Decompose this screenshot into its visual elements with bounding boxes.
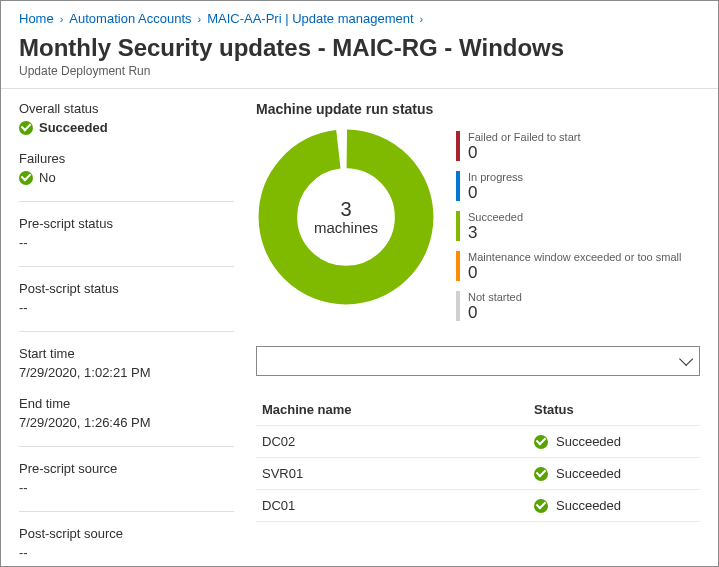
- legend-color-bar: [456, 291, 460, 321]
- run-status-legend: Failed or Failed to start 0 In progress …: [456, 127, 681, 322]
- legend-color-bar: [456, 171, 460, 201]
- divider: [19, 266, 234, 267]
- divider: [19, 201, 234, 202]
- table-header-row: Machine name Status: [256, 394, 700, 426]
- cell-status: Succeeded: [556, 498, 621, 513]
- failures-field: Failures No: [19, 151, 234, 185]
- end-time-field: End time 7/29/2020, 1:26:46 PM: [19, 396, 234, 430]
- legend-inprogress: In progress 0: [456, 171, 681, 203]
- success-icon: [19, 121, 33, 135]
- cell-status: Succeeded: [556, 466, 621, 481]
- failures-value: No: [39, 170, 56, 185]
- donut-center-label: machines: [314, 219, 378, 236]
- legend-inprogress-count: 0: [468, 184, 523, 203]
- chevron-right-icon: ›: [420, 13, 424, 25]
- page-title: Monthly Security updates - MAIC-RG - Win…: [19, 34, 700, 62]
- postscript-status-field: Post-script status --: [19, 281, 234, 315]
- filter-dropdown[interactable]: [256, 346, 700, 376]
- breadcrumb: Home › Automation Accounts › MAIC-AA-Pri…: [19, 11, 700, 26]
- legend-succeeded: Succeeded 3: [456, 211, 681, 243]
- cell-machine-name: DC01: [262, 498, 534, 513]
- overall-status-label: Overall status: [19, 101, 234, 116]
- legend-color-bar: [456, 211, 460, 241]
- postscript-status-value: --: [19, 300, 234, 315]
- table-row[interactable]: DC02 Succeeded: [256, 426, 700, 458]
- crumb-automation-accounts[interactable]: Automation Accounts: [69, 11, 191, 26]
- donut-center-count: 3: [340, 199, 351, 219]
- end-time-label: End time: [19, 396, 234, 411]
- table-row[interactable]: DC01 Succeeded: [256, 490, 700, 522]
- divider: [19, 446, 234, 447]
- success-icon: [534, 467, 548, 481]
- run-status-donut-chart: 3 machines: [256, 127, 436, 307]
- overall-status-value: Succeeded: [39, 120, 108, 135]
- cell-status: Succeeded: [556, 434, 621, 449]
- start-time-field: Start time 7/29/2020, 1:02:21 PM: [19, 346, 234, 380]
- legend-maintenance-count: 0: [468, 264, 681, 283]
- legend-failed-count: 0: [468, 144, 581, 163]
- crumb-update-management[interactable]: MAIC-AA-Pri | Update management: [207, 11, 413, 26]
- prescript-source-value: --: [19, 480, 234, 495]
- postscript-source-label: Post-script source: [19, 526, 234, 541]
- legend-failed: Failed or Failed to start 0: [456, 131, 681, 163]
- page-subtitle: Update Deployment Run: [19, 64, 700, 78]
- overall-status-field: Overall status Succeeded: [19, 101, 234, 135]
- divider: [19, 331, 234, 332]
- legend-color-bar: [456, 251, 460, 281]
- legend-failed-label: Failed or Failed to start: [468, 131, 581, 144]
- start-time-label: Start time: [19, 346, 234, 361]
- postscript-source-value: --: [19, 545, 234, 560]
- legend-notstarted: Not started 0: [456, 291, 681, 323]
- machines-table: Machine name Status DC02 Succeeded SVR01…: [256, 394, 700, 522]
- crumb-home[interactable]: Home: [19, 11, 54, 26]
- legend-succeeded-label: Succeeded: [468, 211, 523, 224]
- prescript-source-label: Pre-script source: [19, 461, 234, 476]
- details-panel: Overall status Succeeded Failures No Pre…: [19, 101, 234, 567]
- success-icon: [19, 171, 33, 185]
- col-machine-name[interactable]: Machine name: [262, 402, 534, 417]
- legend-succeeded-count: 3: [468, 224, 523, 243]
- divider: [19, 511, 234, 512]
- cell-machine-name: DC02: [262, 434, 534, 449]
- chevron-right-icon: ›: [198, 13, 202, 25]
- prescript-source-field: Pre-script source --: [19, 461, 234, 495]
- col-status[interactable]: Status: [534, 402, 694, 417]
- legend-color-bar: [456, 131, 460, 161]
- end-time-value: 7/29/2020, 1:26:46 PM: [19, 415, 234, 430]
- postscript-status-label: Post-script status: [19, 281, 234, 296]
- legend-maintenance: Maintenance window exceeded or too small…: [456, 251, 681, 283]
- failures-label: Failures: [19, 151, 234, 166]
- legend-notstarted-label: Not started: [468, 291, 522, 304]
- chevron-down-icon: [679, 352, 693, 366]
- prescript-status-field: Pre-script status --: [19, 216, 234, 250]
- chevron-right-icon: ›: [60, 13, 64, 25]
- postscript-source-field: Post-script source --: [19, 526, 234, 560]
- success-icon: [534, 499, 548, 513]
- prescript-status-label: Pre-script status: [19, 216, 234, 231]
- run-status-heading: Machine update run status: [256, 101, 700, 117]
- start-time-value: 7/29/2020, 1:02:21 PM: [19, 365, 234, 380]
- cell-machine-name: SVR01: [262, 466, 534, 481]
- table-row[interactable]: SVR01 Succeeded: [256, 458, 700, 490]
- success-icon: [534, 435, 548, 449]
- divider: [1, 88, 718, 89]
- legend-maintenance-label: Maintenance window exceeded or too small: [468, 251, 681, 264]
- legend-notstarted-count: 0: [468, 304, 522, 323]
- prescript-status-value: --: [19, 235, 234, 250]
